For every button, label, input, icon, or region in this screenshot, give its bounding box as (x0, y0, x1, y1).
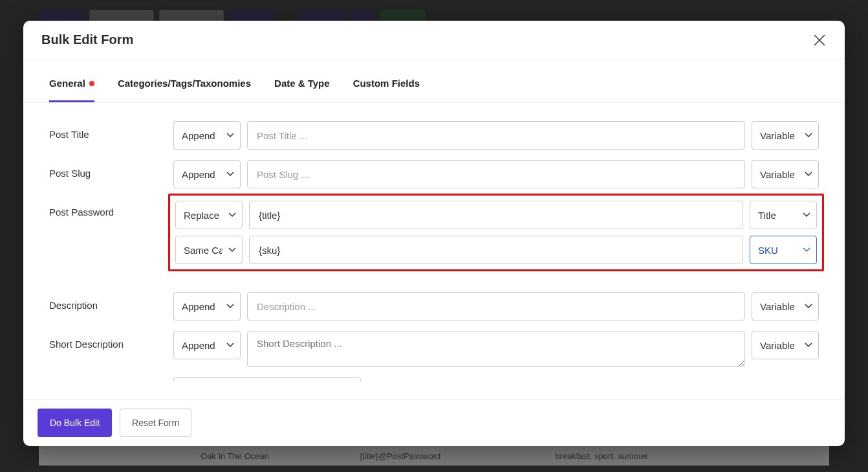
modal-footer: Do Bulk Edit Reset Form (23, 399, 845, 446)
description-input[interactable] (247, 292, 745, 320)
short-description-variable-select[interactable]: Variable (752, 331, 819, 359)
post-slug-input[interactable] (247, 160, 745, 188)
tab-label: Date & Type (274, 78, 330, 89)
bulk-edit-modal: Bulk Edit Form General Categories/Tags/T… (23, 21, 845, 446)
reset-form-button[interactable]: Reset Form (120, 409, 191, 437)
tab-general[interactable]: General (49, 78, 94, 102)
tab-custom-fields[interactable]: Custom Fields (353, 78, 420, 102)
field-label (49, 377, 166, 385)
row-post-password: Post Password Replace Title (49, 199, 819, 282)
post-password-replace-input[interactable] (249, 236, 743, 264)
post-slug-mode-select[interactable]: Append (173, 160, 241, 188)
tab-label: Categories/Tags/Taxonomies (118, 78, 251, 89)
description-variable-select[interactable]: Variable (752, 292, 819, 320)
post-title-input[interactable] (247, 121, 745, 150)
partial-control (173, 377, 361, 381)
short-description-input[interactable] (247, 331, 745, 367)
tab-label: General (49, 78, 85, 89)
tab-categories[interactable]: Categories/Tags/Taxonomies (118, 78, 251, 102)
row-description: Description Append Variable (49, 292, 819, 320)
post-password-find-input[interactable] (249, 201, 743, 229)
post-password-variable-select-1[interactable]: Title (750, 201, 817, 229)
highlight-box: Replace Title Same Case (168, 194, 824, 271)
row-short-description: Short Description Append Variable (49, 331, 819, 367)
post-title-mode-select[interactable]: Append (173, 121, 241, 150)
field-label: Post Title (49, 121, 166, 140)
description-mode-select[interactable]: Append (173, 292, 241, 320)
short-description-mode-select[interactable]: Append (173, 331, 241, 359)
modal-header: Bulk Edit Form (23, 21, 845, 60)
post-password-mode-select[interactable]: Replace (175, 201, 243, 229)
field-label: Post Slug (49, 160, 166, 179)
tab-bar: General Categories/Tags/Taxonomies Date … (23, 60, 845, 103)
post-password-variable-select-2[interactable]: SKU (750, 236, 817, 264)
tab-date-type[interactable]: Date & Type (274, 78, 330, 102)
field-label: Post Password (49, 199, 166, 218)
do-bulk-edit-button[interactable]: Do Bulk Edit (38, 409, 112, 437)
modal-title: Bulk Edit Form (41, 32, 133, 47)
changed-dot-icon (89, 81, 94, 86)
close-icon[interactable] (812, 33, 827, 47)
field-label: Description (49, 292, 166, 311)
row-post-title: Post Title Append Variable (49, 121, 819, 150)
field-label: Short Description (49, 331, 166, 350)
post-password-case-select[interactable]: Same Case (175, 236, 243, 264)
post-slug-variable-select[interactable]: Variable (752, 160, 819, 188)
row-partial (49, 377, 819, 385)
post-title-variable-select[interactable]: Variable (752, 121, 819, 150)
form-rows: Post Title Append Variable (23, 121, 845, 385)
row-post-slug: Post Slug Append Variable (49, 160, 819, 188)
tab-label: Custom Fields (353, 78, 420, 89)
modal-body: General Categories/Tags/Taxonomies Date … (23, 60, 845, 399)
